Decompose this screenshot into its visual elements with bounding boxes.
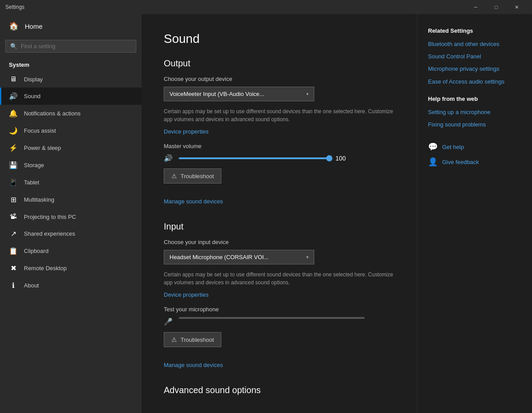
sidebar-item-clipboard[interactable]: 📋 Clipboard (0, 242, 142, 260)
sidebar-item-label: Clipboard (24, 248, 49, 254)
input-device-properties-link[interactable]: Device properties (164, 291, 208, 298)
related-link-sound-control[interactable]: Sound Control Panel (428, 53, 521, 61)
sidebar-item-label: Projecting to this PC (24, 214, 76, 220)
tablet-icon: 📱 (9, 178, 18, 187)
output-device-value: VoiceMeeter Input (VB-Audio Voice... (170, 91, 264, 97)
window-controls: ─ □ ✕ (466, 0, 527, 14)
display-icon: 🖥 (9, 75, 18, 83)
sidebar-item-label: Multitasking (24, 196, 54, 203)
search-input[interactable] (21, 43, 131, 50)
sidebar-item-label: Remote Desktop (24, 265, 67, 272)
sidebar-item-notifications[interactable]: 🔔 Notifications & actions (0, 105, 142, 122)
give-feedback-link[interactable]: Give feedback (442, 159, 479, 165)
input-troubleshoot-button[interactable]: ⚠ Troubleshoot (164, 332, 221, 347)
related-settings-title: Related Settings (428, 27, 521, 34)
sidebar-item-label: Notifications & actions (24, 110, 81, 117)
volume-slider-fill (179, 157, 329, 159)
shared-icon: ↗ (9, 229, 18, 238)
sidebar-item-label: Sound (24, 93, 41, 99)
output-device-label: Choose your output device (164, 76, 395, 82)
volume-row: 🔊 100 (164, 154, 395, 162)
home-label: Home (25, 23, 42, 30)
multitasking-icon: ⊞ (9, 195, 18, 204)
input-troubleshoot-label: Troubleshoot (181, 337, 214, 343)
sidebar-item-multitasking[interactable]: ⊞ Multitasking (0, 191, 142, 208)
related-link-microphone-privacy[interactable]: Microphone privacy settings (428, 65, 521, 73)
volume-speaker-icon: 🔊 (164, 154, 173, 162)
input-info-text: Certain apps may be set up to use differ… (164, 271, 395, 287)
related-link-bluetooth[interactable]: Bluetooth and other devices (428, 40, 521, 48)
get-help-link[interactable]: Get help (442, 144, 464, 150)
volume-value: 100 (335, 155, 349, 162)
sidebar-item-label: Focus assist (24, 127, 56, 134)
give-feedback-icon: 👤 (428, 157, 438, 167)
sidebar-item-projecting[interactable]: 📽 Projecting to this PC (0, 208, 142, 225)
output-section-title: Output (164, 58, 395, 69)
sidebar-item-about[interactable]: ℹ About (0, 277, 142, 294)
help-link-setting-microphone[interactable]: Setting up a microphone (428, 108, 521, 116)
microphone-icon: 🎤 (164, 317, 173, 326)
about-icon: ℹ (9, 281, 18, 290)
sidebar-item-tablet[interactable]: 📱 Tablet (0, 174, 142, 191)
notifications-icon: 🔔 (9, 109, 18, 118)
output-device-properties-link[interactable]: Device properties (164, 128, 208, 135)
sidebar-item-power[interactable]: ⚡ Power & sleep (0, 139, 142, 157)
sidebar-item-sound[interactable]: 🔊 Sound (0, 88, 142, 105)
maximize-button[interactable]: □ (486, 0, 506, 14)
app-title: Settings (5, 4, 24, 10)
sidebar-item-storage[interactable]: 💾 Storage (0, 157, 142, 174)
page-title: Sound (164, 32, 395, 46)
sidebar-item-focus[interactable]: 🌙 Focus assist (0, 122, 142, 139)
sidebar-item-label: Shared experiences (24, 230, 75, 237)
close-button[interactable]: ✕ (506, 0, 527, 14)
warning-icon: ⚠ (171, 172, 177, 180)
volume-slider-thumb (326, 155, 332, 161)
app-body: 🏠 Home 🔍 System 🖥 Display 🔊 Sound 🔔 Noti… (0, 14, 532, 413)
related-link-ease-of-access[interactable]: Ease of Access audio settings (428, 78, 521, 86)
get-help-row[interactable]: 💬 Get help (428, 142, 521, 152)
input-device-value: Headset Microphone (CORSAIR VOI... (170, 254, 269, 260)
sidebar-item-remote[interactable]: ✖ Remote Desktop (0, 260, 142, 277)
sidebar-item-label: Storage (24, 162, 44, 168)
volume-label: Master volume (164, 143, 395, 149)
mic-test-label: Test your microphone (164, 306, 395, 313)
dropdown-arrow-icon: ▾ (306, 92, 308, 96)
titlebar: Settings ─ □ ✕ (0, 0, 532, 14)
search-box: 🔍 (5, 40, 136, 53)
dropdown-arrow-icon: ▾ (306, 255, 308, 260)
output-device-dropdown[interactable]: VoiceMeeter Input (VB-Audio Voice... ▾ (164, 87, 314, 101)
help-title: Help from the web (428, 96, 521, 102)
sidebar-section-label: System (0, 56, 142, 71)
sidebar-item-label: Power & sleep (24, 145, 61, 151)
focus-icon: 🌙 (9, 126, 18, 135)
projecting-icon: 📽 (9, 213, 18, 221)
input-manage-link[interactable]: Manage sound devices (164, 362, 223, 368)
sidebar-item-label: Tablet (24, 179, 39, 186)
home-icon: 🏠 (9, 21, 19, 31)
output-troubleshoot-button[interactable]: ⚠ Troubleshoot (164, 168, 221, 184)
give-feedback-row[interactable]: 👤 Give feedback (428, 157, 521, 167)
clipboard-icon: 📋 (9, 247, 18, 255)
output-info-text: Certain apps may be set up to use differ… (164, 107, 395, 123)
sidebar: 🏠 Home 🔍 System 🖥 Display 🔊 Sound 🔔 Noti… (0, 14, 142, 413)
sidebar-item-label: Display (24, 76, 43, 83)
sidebar-item-display[interactable]: 🖥 Display (0, 71, 142, 88)
input-device-dropdown[interactable]: Headset Microphone (CORSAIR VOI... ▾ (164, 250, 314, 264)
minimize-button[interactable]: ─ (466, 0, 486, 14)
output-manage-link[interactable]: Manage sound devices (164, 198, 223, 205)
volume-slider-track[interactable] (179, 157, 329, 159)
sidebar-item-shared[interactable]: ↗ Shared experiences (0, 225, 142, 242)
search-icon: 🔍 (10, 43, 17, 50)
remote-icon: ✖ (9, 264, 18, 272)
get-help-icon: 💬 (428, 142, 438, 152)
warning-icon: ⚠ (171, 336, 177, 343)
input-section-title: Input (164, 222, 395, 232)
storage-icon: 💾 (9, 161, 18, 169)
help-link-fixing-sound[interactable]: Fixing sound problems (428, 121, 521, 129)
home-button[interactable]: 🏠 Home (0, 14, 142, 38)
output-troubleshoot-label: Troubleshoot (181, 173, 214, 180)
sidebar-item-label: About (24, 282, 39, 289)
output-volume-section: Master volume 🔊 100 (164, 143, 395, 162)
mic-level-track (179, 317, 365, 319)
sound-icon: 🔊 (9, 92, 18, 100)
